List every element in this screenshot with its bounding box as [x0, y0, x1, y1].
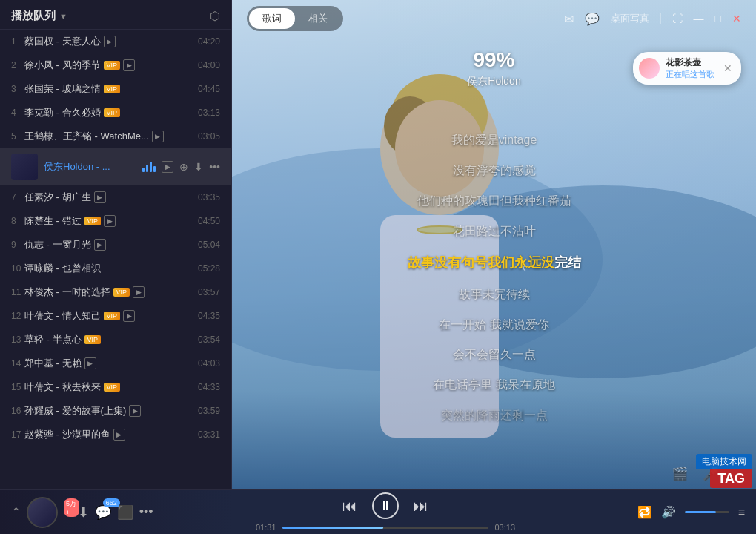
desktop-wallpaper-label[interactable]: 桌面写真	[611, 12, 649, 25]
notif-text: 花影茶壶 正在唱这首歌	[666, 56, 714, 80]
more-icon[interactable]: •••	[209, 161, 220, 173]
bar1	[142, 168, 145, 172]
time-total: 03:13	[494, 523, 515, 532]
item-info: 谭咏麟 - 也曾相识	[24, 262, 194, 275]
comment-button[interactable]: 💬 662	[95, 504, 111, 521]
lyric-line: 突然的降雨还剩一点	[426, 402, 563, 429]
item-title: 林俊杰 - 一时的选择 VIP ▶	[24, 286, 194, 299]
lyric-line: 在一开始 我就说爱你	[424, 312, 563, 339]
playlist-item[interactable]: 17 赵紫骅 - 沙漠里的鱼 ▶ 03:31	[0, 423, 231, 446]
sidebar-header: 播放队列 ▼ ⬡	[0, 0, 231, 30]
mail-icon[interactable]: ✉	[564, 12, 574, 26]
watermark-tag: TAG	[710, 469, 752, 488]
vip-badge: VIP	[104, 108, 121, 117]
watermark: 电脑技术网 TAG	[696, 454, 752, 488]
item-title: 侯东Holdon - ...	[44, 160, 142, 174]
playlist-item[interactable]: 5 王鹤棣、王齐铭 - WatchMe... ▶ 03:05	[0, 125, 231, 148]
pause-button[interactable]: ⏸	[372, 492, 399, 519]
share-button[interactable]: ⬛	[117, 504, 133, 521]
like-count: 5万+	[64, 498, 79, 517]
playlist-item[interactable]: 3 张国荣 - 玻璃之情 VIP 04:45	[0, 77, 231, 101]
item-duration: 03:13	[198, 108, 220, 118]
vip-badge: VIP	[104, 312, 121, 320]
tab-group: 歌词 相关	[247, 6, 343, 31]
playlist-icon[interactable]: ≡	[738, 506, 745, 519]
like-button[interactable]: ♥ 5万+	[64, 504, 72, 520]
more-button[interactable]: •••	[139, 504, 153, 520]
playlist-item[interactable]: 14 郑中基 - 无赖 ▶ 04:03	[0, 352, 231, 375]
lyric-line: 故事没有句号我们永远没完结	[393, 248, 596, 277]
vip-badge: VIP	[113, 288, 130, 297]
item-info: 任素汐 - 胡广生 ▶	[24, 191, 194, 204]
item-duration: 04:35	[198, 311, 220, 321]
close-icon[interactable]: ✕	[732, 13, 741, 24]
tab-related[interactable]: 相关	[295, 8, 341, 29]
item-index: 10	[11, 263, 24, 274]
item-index: 15	[11, 382, 24, 392]
playlist-item[interactable]: 9 仇志 - 一窗月光 ▶ 05:04	[0, 233, 231, 257]
scroll-left-icon[interactable]: ‹	[522, 260, 526, 275]
item-duration: 04:45	[198, 84, 220, 94]
playlist-item[interactable]: 8 陈楚生 - 错过 VIP ▶ 04:50	[0, 209, 231, 233]
item-duration: 05:04	[198, 240, 220, 250]
item-duration: 03:57	[198, 287, 220, 297]
lyric-line: 他们种的玫瑰田但我种红番茄	[402, 188, 586, 215]
chat-icon[interactable]: 💬	[585, 12, 600, 26]
playlist-item[interactable]: 13 草轻 - 半点心 VIP 03:54	[0, 328, 231, 352]
comment-count: 662	[103, 498, 120, 507]
minimize-icon[interactable]: —	[694, 13, 704, 24]
item-info: 林俊杰 - 一时的选择 VIP ▶	[24, 286, 194, 299]
sidebar: 播放队列 ▼ ⬡ 1 蔡国权 - 天意人心 ▶ 04:20 2	[0, 0, 232, 490]
item-title: 谭咏麟 - 也曾相识	[24, 262, 194, 275]
playlist-item[interactable]: 4 李克勤 - 合久必婚 VIP 03:13	[0, 101, 231, 125]
mv-icon: ▶	[104, 36, 116, 47]
download-button[interactable]: ⬇	[78, 504, 89, 521]
video-icon[interactable]: 🎬	[672, 466, 688, 482]
playlist-item[interactable]: 10 谭咏麟 - 也曾相识 05:28	[0, 257, 231, 280]
mv-icon: ▶	[113, 429, 125, 441]
item-index: 7	[11, 192, 24, 202]
item-info: 徐小凤 - 风的季节 VIP ▶	[24, 59, 194, 72]
item-title: 蔡国权 - 天意人心 ▶	[24, 35, 194, 48]
now-playing-thumbnail	[27, 497, 58, 528]
playlist-item[interactable]: 15 叶蒨文 - 秋去秋来 VIP 04:33	[0, 375, 231, 399]
playlist-item[interactable]: 侯东Holdon - ... ▶ ⊕ ⬇ •••	[0, 148, 231, 185]
maximize-icon[interactable]: □	[715, 13, 721, 24]
mv-icon: ▶	[84, 357, 96, 369]
prev-button[interactable]: ⏮	[342, 498, 357, 515]
mv-icon[interactable]: ▶	[162, 161, 173, 173]
external-link-icon[interactable]: ⬡	[210, 9, 220, 23]
volume-slider[interactable]	[685, 511, 729, 513]
lyric-line: 故事未完待续	[444, 281, 545, 309]
playlist-item[interactable]: 16 孙耀威 - 爱的故事(上集) ▶ 03:59	[0, 399, 231, 423]
playlist-item[interactable]: 11 林俊杰 - 一时的选择 VIP ▶ 03:57	[0, 280, 231, 304]
item-index: 11	[11, 287, 24, 297]
notification-close-icon[interactable]: ✕	[723, 62, 732, 74]
playlist-item[interactable]: 7 任素汐 - 胡广生 ▶ 03:35	[0, 185, 231, 209]
add-icon[interactable]: ⊕	[179, 161, 188, 173]
notif-subtitle: 正在唱这首歌	[666, 69, 714, 80]
item-duration: 04:03	[198, 358, 220, 369]
item-info: 叶蒨文 - 情人知己 VIP ▶	[24, 309, 194, 323]
progress-fill	[282, 527, 384, 529]
item-index: 8	[11, 216, 24, 226]
item-info: 王鹤棣、王齐铭 - WatchMe... ▶	[24, 130, 194, 143]
download-icon[interactable]: ⬇	[194, 161, 203, 173]
lyric-line: 我的爱是vintage	[437, 127, 552, 154]
progress-bar[interactable]	[282, 527, 489, 529]
tab-lyrics[interactable]: 歌词	[249, 8, 295, 29]
fullscreen-icon[interactable]: ⛶	[672, 13, 683, 24]
playlist-item[interactable]: 2 徐小凤 - 风的季节 VIP ▶ 04:00	[0, 53, 231, 77]
item-title: 李克勤 - 合久必婚 VIP	[24, 106, 194, 119]
item-index: 16	[11, 406, 24, 416]
item-index: 13	[11, 334, 24, 345]
playlist-item[interactable]: 1 蔡国权 - 天意人心 ▶ 04:20	[0, 30, 231, 53]
collapse-icon[interactable]: ⌃	[11, 505, 21, 519]
item-index: 5	[11, 131, 24, 142]
playlist-item[interactable]: 12 叶蒨文 - 情人知己 VIP ▶ 04:35	[0, 304, 231, 328]
next-button[interactable]: ⏭	[414, 498, 428, 515]
volume-icon[interactable]: 🔊	[661, 505, 676, 519]
item-index: 17	[11, 429, 24, 440]
item-info: 仇志 - 一窗月光 ▶	[24, 238, 194, 251]
repeat-mode-icon[interactable]: 🔁	[637, 505, 652, 519]
